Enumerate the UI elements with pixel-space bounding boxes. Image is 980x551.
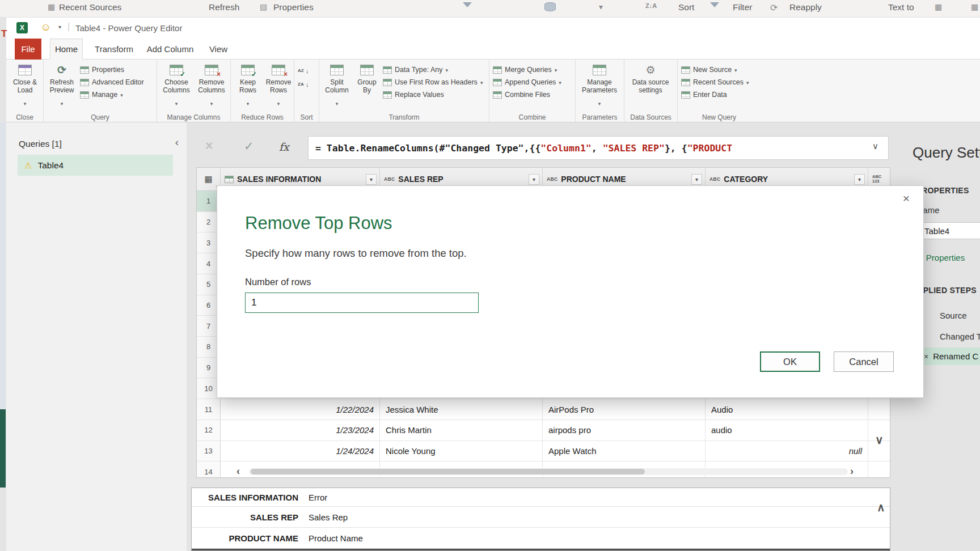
ribbon-group-query: ⟳ Refresh Preview Properties Advanced Ed… (44, 60, 157, 122)
table-cell[interactable]: null (706, 441, 868, 461)
all-properties-link[interactable]: ll Properties (920, 253, 965, 262)
bg-text-to[interactable]: Text to (888, 2, 914, 12)
row-number[interactable]: 13 (197, 441, 221, 461)
delete-step-icon[interactable]: × (924, 352, 928, 361)
properties-button[interactable]: Properties (80, 66, 144, 74)
table-cell[interactable]: Apple Watch (543, 441, 706, 461)
refresh-preview-button[interactable]: ⟳ Refresh Preview (47, 63, 77, 108)
text-type-icon: ABC (384, 176, 395, 182)
cancel-button[interactable]: Cancel (834, 351, 894, 372)
tab-file[interactable]: File (15, 39, 41, 60)
close-and-load-button[interactable]: Close & Load (10, 63, 40, 108)
dropdown-caret-icon (175, 98, 178, 108)
remove-rows-icon (272, 65, 285, 75)
number-of-rows-input[interactable] (245, 293, 479, 313)
dialog-close-icon[interactable]: × (903, 192, 910, 205)
filter-button[interactable] (691, 174, 702, 185)
table-cell[interactable]: Nicole Young (380, 441, 543, 461)
formula-commit-icon[interactable]: ✓ (244, 139, 254, 153)
collapse-panel-icon[interactable]: ‹ (175, 136, 179, 149)
advanced-editor-button[interactable]: Advanced Editor (80, 78, 144, 86)
formula-cancel-icon[interactable]: × (205, 138, 213, 154)
replace-values-label: Replace Values (395, 91, 444, 99)
bg-reapply[interactable]: Reapply (789, 2, 822, 12)
table-cell[interactable]: 1/23/2024 (221, 420, 380, 440)
new-source-button[interactable]: New Source (681, 66, 749, 74)
sort-descending-button[interactable]: ZA ↓ (298, 81, 309, 88)
scrollbar-thumb[interactable] (251, 469, 645, 474)
first-row-headers-icon (383, 79, 392, 86)
use-first-row-as-headers-button[interactable]: Use First Row as Headers (383, 78, 483, 86)
table-cell[interactable]: AirPods Pro (543, 399, 706, 419)
scroll-down-chevron-icon[interactable]: ∨ (875, 433, 884, 447)
bg-sort[interactable]: Sort (678, 2, 694, 12)
table-type-icon (225, 176, 234, 183)
row-number[interactable]: 14 (197, 461, 221, 477)
bg-recent-sources[interactable]: Recent Sources (59, 2, 121, 12)
feedback-smiley-icon[interactable]: ☺ (40, 21, 51, 33)
step-source[interactable]: Source (940, 311, 967, 320)
tab-transform[interactable]: Transform (92, 39, 136, 60)
ribbon-group-reduce-rows: Keep Rows Remove Rows Reduce Rows (231, 60, 294, 122)
manage-button[interactable]: Manage (80, 91, 144, 99)
data-source-settings-button[interactable]: ⚙ Data source settings (628, 63, 673, 95)
remove-top-rows-dialog: × Remove Top Rows Specify how many rows … (217, 185, 924, 398)
keep-rows-label: Keep Rows (234, 78, 261, 95)
recent-sources-button[interactable]: Recent Sources (681, 78, 749, 86)
keep-rows-button[interactable]: Keep Rows (234, 63, 261, 108)
manage-parameters-button[interactable]: Manage Parameters (579, 63, 620, 108)
replace-values-button[interactable]: Replace Values (383, 91, 483, 99)
row-number[interactable]: 11 (197, 399, 221, 419)
formula-expand-caret-icon[interactable]: ∨ (872, 141, 878, 151)
table-cell[interactable] (868, 461, 890, 477)
manage-parameters-label: Manage Parameters (579, 78, 620, 95)
sort-za-icon: Z↓A (645, 2, 657, 9)
scroll-right-arrow-icon[interactable]: › (850, 465, 854, 477)
split-column-button[interactable]: Split Column (323, 63, 351, 108)
merge-queries-button[interactable]: Merge Queries (493, 66, 561, 74)
filter-button[interactable] (854, 174, 865, 185)
table-cell[interactable]: 1/24/2024 (221, 441, 380, 461)
table-cell[interactable]: airpods pro (543, 420, 706, 440)
data-type-button[interactable]: Data Type: Any (383, 66, 483, 74)
table-cell[interactable] (868, 399, 890, 419)
tab-view[interactable]: View (204, 39, 233, 60)
combine-files-button[interactable]: Combine Files (493, 91, 561, 99)
table-cell[interactable]: Jessica White (380, 399, 543, 419)
remove-rows-button[interactable]: Remove Rows (265, 63, 292, 108)
split-column-label: Split Column (323, 78, 351, 95)
tab-home[interactable]: Home (50, 39, 83, 60)
column-name: CATEGORY (724, 175, 768, 184)
row-number[interactable]: 12 (197, 420, 221, 440)
applied-steps-header: PPLIED STEPS (918, 286, 977, 295)
choose-columns-button[interactable]: Choose Columns (160, 63, 192, 108)
scroll-left-arrow-icon[interactable]: ‹ (236, 465, 240, 477)
table-cell[interactable]: Chris Martin (380, 420, 543, 440)
background-worksheet-strip (0, 122, 6, 409)
group-by-button[interactable]: Group By (354, 63, 379, 95)
manage-icon (80, 91, 89, 99)
quick-access-caret-icon[interactable]: ▾ (58, 24, 61, 30)
step-changed-type[interactable]: Changed Ty (940, 332, 980, 341)
query-list-item[interactable]: ⚠ Table4 (18, 155, 173, 176)
remove-columns-button[interactable]: Remove Columns (196, 63, 227, 108)
choose-columns-icon (170, 65, 183, 75)
step-renamed-columns-selected[interactable]: × Renamed C (919, 347, 980, 365)
table-cell[interactable]: audio (706, 420, 868, 440)
ok-button[interactable]: OK (760, 351, 820, 372)
filter-button[interactable] (366, 174, 377, 185)
sort-ascending-button[interactable]: AZ ↓ (298, 67, 309, 74)
query-name-input[interactable]: Table4 (919, 222, 980, 239)
bg-properties[interactable]: Properties (273, 2, 314, 12)
table-cell[interactable]: Audio (706, 399, 868, 419)
append-queries-button[interactable]: Append Queries (493, 78, 561, 86)
bg-filter[interactable]: Filter (733, 2, 752, 12)
table-cell[interactable]: 1/22/2024 (221, 399, 380, 419)
bg-refresh[interactable]: Refresh (209, 2, 239, 12)
enter-data-button[interactable]: Enter Data (681, 91, 749, 99)
filter-button[interactable] (529, 174, 539, 185)
horizontal-scrollbar[interactable] (249, 468, 848, 475)
scroll-up-chevron-icon[interactable]: ∧ (877, 501, 885, 514)
formula-input[interactable]: = Table.RenameColumns(#"Changed Type",{{… (308, 136, 889, 160)
tab-add-column[interactable]: Add Column (143, 39, 197, 60)
